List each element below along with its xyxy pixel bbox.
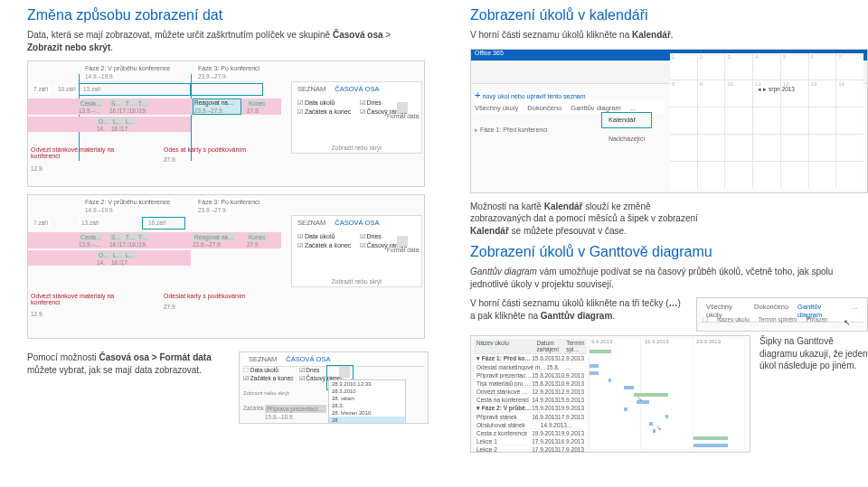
format-data-button[interactable]: Formát data	[387, 102, 419, 119]
option[interactable]: 28.3.2010	[329, 388, 405, 395]
screenshot-timeline-2: Dnes Fáze 2: V průběhu konference 14.9.–…	[27, 194, 425, 339]
tab-more[interactable]: …	[630, 104, 637, 112]
cal-cell[interactable]: 5	[781, 53, 808, 80]
office365-logo: Office 365	[475, 50, 504, 56]
new-task-link[interactable]: + nový úkol nebo upravit tento seznam	[475, 89, 665, 100]
cal-cell[interactable]: 2	[698, 53, 725, 80]
chk-zacatek-konec[interactable]: Začátek a konec	[297, 242, 354, 249]
bar-nums: 16.!17.!18.!19.	[109, 108, 147, 114]
cal-cell[interactable]: 10	[725, 80, 752, 107]
option-selected[interactable]: 28	[329, 417, 405, 424]
heading-calendar: Zobrazení úkolů v kalendáři	[470, 7, 868, 23]
cal-cell[interactable]: 14	[836, 80, 863, 107]
gantt-row[interactable]: ▾ Fáze 1: Před konferencí15.8.201312.9.2…	[474, 354, 587, 363]
plus-icon: +	[475, 89, 480, 100]
option[interactable]: 28.3.2010 12:33	[329, 380, 405, 388]
chk-zacatek-konec[interactable]: Začátek a konec	[297, 108, 354, 116]
cal-cell[interactable]	[670, 162, 697, 188]
tab-casova-osa[interactable]: ČASOVÁ OSA	[335, 85, 379, 93]
odes-label: Odeslat karty s poděkováním	[164, 293, 246, 299]
date-hdr: 23.9.2013	[696, 339, 721, 344]
option[interactable]: 28. větert	[329, 395, 405, 402]
cal-cell[interactable]: 11	[753, 80, 780, 107]
cal-cell[interactable]: 8	[670, 80, 697, 107]
format-dropdown[interactable]: 28.3.2010 12:33 28.3.2010 28. větert 28.…	[328, 379, 406, 424]
tab-casova-osa[interactable]: ČASOVÁ OSA	[286, 355, 330, 363]
f1-label[interactable]: Fáze 1: Před konferencí	[480, 126, 548, 133]
gantt-table: Název úkolu Datum zahájení Termín spl… ▾…	[474, 339, 587, 449]
cal-cell[interactable]	[753, 162, 780, 188]
cal-cell[interactable]: 12	[781, 80, 808, 107]
date-label: 10.září	[55, 85, 79, 93]
text: .	[110, 42, 113, 52]
cal-cell[interactable]	[698, 162, 725, 188]
cal-cell[interactable]	[670, 108, 697, 134]
cal-cell[interactable]	[670, 135, 697, 161]
gantt-row[interactable]: Lekce 217.9.201317.9.2013	[474, 445, 587, 453]
gantt-row[interactable]: Tisk materiálů pro vlastní stánek15.8.20…	[474, 379, 587, 388]
gantt-bar	[624, 386, 633, 389]
text: .	[612, 311, 615, 321]
cal-cell[interactable]	[698, 108, 725, 134]
cal-cell[interactable]: 7	[836, 53, 863, 80]
tab-dokonceno[interactable]: Dokončeno	[527, 104, 561, 112]
cal-cell[interactable]	[781, 108, 808, 134]
tab-casova-osa[interactable]: ČASOVÁ OSA	[335, 219, 379, 227]
cal-cell[interactable]: 1	[670, 53, 697, 80]
option[interactable]: 28.3.	[329, 402, 405, 409]
tab-seznam[interactable]: SEZNAM	[297, 219, 326, 227]
gantt-row[interactable]: Připravit stánek16.9.201317.9.2013	[474, 413, 587, 421]
cal-cell[interactable]	[809, 108, 836, 134]
tab-seznam[interactable]: SEZNAM	[297, 85, 326, 93]
cal-cell[interactable]: 3	[725, 53, 752, 80]
menu-nadchazejici[interactable]: Nadcházející	[609, 136, 645, 142]
cal-cell[interactable]: 13	[809, 80, 836, 107]
format-data-button[interactable]: Formát data	[387, 236, 419, 253]
cal-cell[interactable]	[753, 135, 780, 161]
gantt-row[interactable]: Odvézt stánkové materiály na konfe12.9.2…	[474, 388, 587, 396]
chk-data-ukolu[interactable]: Data úkolů	[297, 233, 354, 240]
cal-cell[interactable]	[753, 108, 780, 134]
cal-cell[interactable]	[809, 135, 836, 161]
chk-data-ukolu[interactable]: Data úkolů	[243, 367, 294, 374]
gantt-row[interactable]: Obsluhovat stánek14.9.2013…	[474, 421, 587, 429]
gantt-row[interactable]: Připravit prezentace na stánku15.8.20131…	[474, 371, 587, 379]
gantt-bar	[590, 371, 599, 375]
gantt-row[interactable]: Odeslat marketingové materiály15.8.…	[474, 363, 587, 371]
cal-cell[interactable]: 6	[809, 53, 836, 80]
bold-format-data: Časová osa > Formát data	[99, 352, 211, 362]
menu-kalendar[interactable]: Kalendář	[609, 116, 636, 124]
footer-text: Pomocí možnosti Časová osa > Formát data…	[27, 351, 226, 376]
cal-cell[interactable]	[836, 162, 863, 188]
cal-cell[interactable]: 4	[753, 53, 780, 80]
cal-cell[interactable]	[836, 135, 863, 161]
chk-data-ukolu[interactable]: Data úkolů	[297, 99, 354, 107]
cal-cell[interactable]	[725, 135, 752, 161]
gantt-bar	[649, 422, 652, 426]
cal-cell[interactable]	[836, 108, 863, 134]
heading-gantt: Zobrazení úkolů v Ganttově diagramu	[470, 244, 868, 260]
bar-date: 13.9.–…	[79, 108, 101, 114]
cal-cell[interactable]	[725, 162, 752, 188]
gantt-row[interactable]: Cesta z konference19.9.201319.9.2013	[474, 429, 587, 437]
option[interactable]: 28. březen 2010	[329, 409, 405, 417]
tab-more[interactable]: …	[852, 303, 859, 319]
gantt-row[interactable]: Lekce 117.9.201316.9.2013	[474, 437, 587, 445]
tab-vsechny[interactable]: Všechny úkoly	[475, 104, 518, 112]
chk-zacatek-konec[interactable]: Začátek a konec	[243, 375, 294, 382]
gantt-row[interactable]: Cesta na konferenci14.9.201315.9.2013	[474, 396, 587, 404]
bar-l: L…	[124, 251, 137, 259]
cal-cell[interactable]	[781, 162, 808, 188]
tab-seznam[interactable]: SEZNAM	[249, 355, 277, 363]
gantt-row[interactable]: ▾ Fáze 2: V průběhu konference15.9.20131…	[474, 404, 587, 413]
cal-cell[interactable]: 9	[698, 80, 725, 107]
cal-cell[interactable]	[781, 135, 808, 161]
cal-cell[interactable]	[809, 162, 836, 188]
cal-cell[interactable]	[698, 135, 725, 161]
chk-all[interactable]	[703, 316, 708, 323]
bar-o: O…	[97, 117, 111, 126]
bold-dots: …	[669, 298, 678, 308]
cal-cell[interactable]	[725, 108, 752, 134]
mini-calendar[interactable]: 1234567 891011121314	[670, 53, 863, 189]
tab-gantt[interactable]: Ganttův diagram	[571, 104, 620, 112]
